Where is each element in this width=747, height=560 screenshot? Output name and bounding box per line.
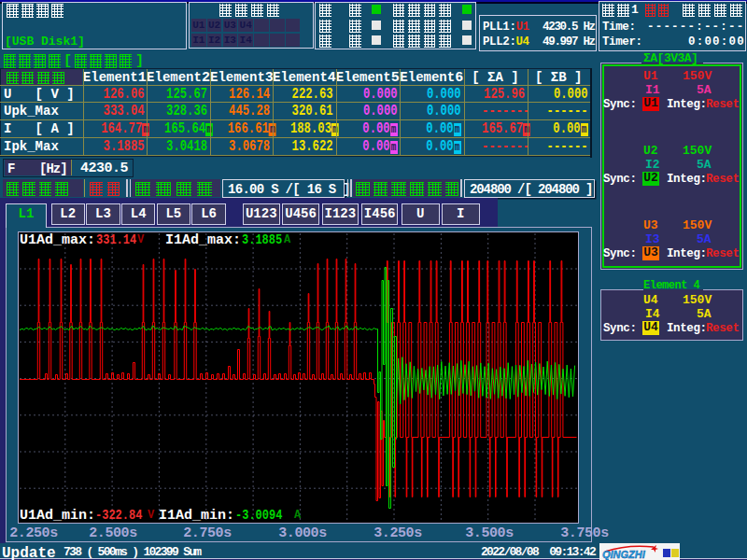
svg-text:QINGZHI: QINGZHI bbox=[602, 549, 646, 560]
